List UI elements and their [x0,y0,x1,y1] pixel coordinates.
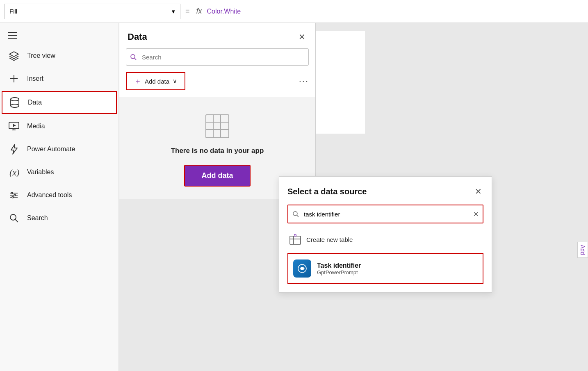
sidebar-item-search[interactable]: Search [0,207,119,230]
svg-line-31 [297,215,299,217]
hamburger-icon [8,32,110,39]
sidebar-item-label: Media [27,123,45,130]
svg-rect-1 [8,35,17,36]
tools-icon [8,189,20,201]
svg-point-21 [10,214,16,220]
create-table-label: Create new table [306,236,353,243]
sidebar-item-label: Tree view [27,52,55,59]
data-panel-title: Data [128,32,147,42]
data-search-input[interactable] [126,48,309,66]
svg-marker-3 [9,52,18,57]
variables-icon: (x) [8,166,20,178]
svg-rect-2 [8,38,17,39]
source-search-icon [292,211,299,217]
svg-point-9 [11,104,19,107]
sidebar-item-label: Data [28,99,42,106]
source-search-clear-button[interactable]: ✕ [473,210,479,218]
lightning-icon [8,143,20,155]
plus-insert-icon [8,73,20,84]
sidebar-item-label: Power Automate [27,146,75,153]
sidebar-item-label: Insert [27,75,43,82]
add-data-large-label: Add data [201,171,233,180]
select-source-search-container: ✕ [287,205,483,223]
sidebar-item-power-automate[interactable]: Power Automate [0,138,119,161]
data-panel-actions: ＋ Add data ∨ ··· [119,71,315,97]
fx-label: fx [195,7,204,16]
dropdown-chevron-icon: ▾ [172,8,175,15]
data-panel-header: Data ✕ [119,23,315,48]
svg-point-18 [11,192,13,194]
add-data-large-button[interactable]: Add data [184,165,250,187]
add-data-dropdown-button[interactable]: ＋ Add data ∨ [126,72,185,90]
svg-rect-0 [8,32,17,33]
svg-text:(x): (x) [9,167,19,177]
svg-line-22 [15,219,18,222]
svg-point-6 [11,98,19,101]
property-label: Fill [9,8,17,15]
svg-marker-11 [13,124,16,127]
search-sidebar-icon [8,212,20,224]
create-new-table-row[interactable]: Create new table [287,229,483,250]
select-source-title: Select a data source [287,187,367,196]
svg-rect-32 [290,236,301,244]
sidebar-item-tree-view[interactable]: Tree view [0,44,119,67]
select-source-close-button[interactable]: ✕ [473,185,483,198]
empty-text: There is no data in your app [171,147,264,155]
sidebar-item-insert[interactable]: Insert [0,67,119,90]
create-table-icon [289,233,301,246]
more-dots-icon: ··· [299,76,309,86]
select-source-header: Select a data source ✕ [287,185,483,198]
media-icon [8,121,20,132]
task-identifier-info: Task identifier GptPowerPrompt [317,262,361,275]
svg-point-39 [301,267,304,270]
sidebar: Tree view Insert Data [0,23,119,371]
sidebar-item-advanced-tools[interactable]: Advanced tools [0,184,119,207]
sidebar-item-variables[interactable]: (x) Variables [0,161,119,184]
right-add-label: Add [579,245,586,255]
more-options-button[interactable]: ··· [299,76,309,86]
select-source-panel: Select a data source ✕ ✕ Create new tabl… [279,176,492,293]
data-panel-close-button[interactable]: ✕ [297,30,307,43]
layers-icon [8,50,20,61]
task-identifier-icon [293,259,311,278]
svg-rect-25 [206,115,229,138]
data-panel-search-container [126,48,309,66]
empty-grid-icon [204,113,230,139]
svg-point-30 [293,212,297,216]
source-search-input[interactable] [288,205,483,223]
data-search-icon [130,54,137,60]
sidebar-item-media[interactable]: Media [0,115,119,138]
svg-point-19 [14,194,16,196]
sidebar-item-label: Search [27,214,48,222]
add-data-plus-icon: ＋ [134,76,141,86]
task-identifier-sub: GptPowerPrompt [317,269,361,275]
sidebar-item-data[interactable]: Data [2,91,117,114]
svg-point-23 [131,55,135,59]
property-dropdown[interactable]: Fill ▾ [4,4,180,19]
sidebar-item-label: Advanced tools [27,191,72,199]
svg-point-20 [12,196,14,198]
cylinder-icon [9,97,21,108]
data-panel: Data ✕ ＋ Add data ∨ ··· [119,23,316,199]
formula-bar: Fill ▾ = fx Color.White [0,0,588,23]
add-data-label: Add data [145,78,169,85]
right-add-button[interactable]: Add [577,242,588,258]
formula-value[interactable]: Color.White [207,8,584,15]
sidebar-item-label: Variables [27,168,54,176]
hamburger-menu[interactable] [0,27,119,44]
svg-line-24 [134,58,136,60]
add-data-chevron-icon: ∨ [173,77,177,85]
task-identifier-name: Task identifier [317,262,361,269]
task-identifier-result-row[interactable]: Task identifier GptPowerPrompt [287,253,483,284]
equals-sign: = [184,7,191,16]
